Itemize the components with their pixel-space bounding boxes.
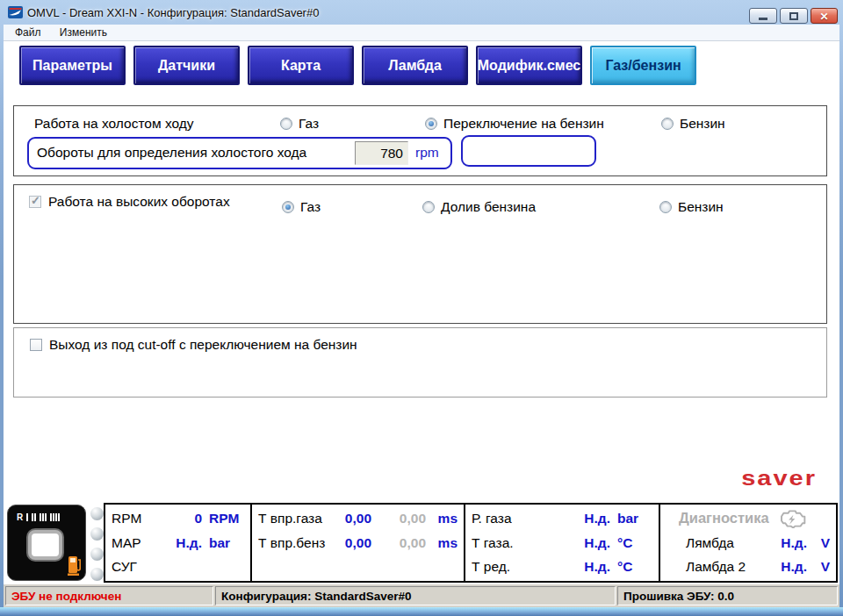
tab-mixture-modifier[interactable]: Модифик.смес <box>476 46 582 85</box>
maximize-button[interactable] <box>780 8 808 24</box>
maximize-icon <box>789 12 798 20</box>
gauge-row-rpm: RPM 0 RPM <box>112 506 244 531</box>
gauge-unit: V <box>807 559 830 575</box>
window-title: OMVL - Dream XXI-N - Конфигурация: Stand… <box>27 6 319 19</box>
radio-label: Долив бензина <box>441 199 536 215</box>
status-connection: ЭБУ не подключен <box>5 586 213 605</box>
radio-icon <box>661 118 674 130</box>
led-indicator <box>90 548 104 561</box>
gauge-row-lpg: СУГ <box>112 555 244 579</box>
radio-icon <box>280 118 292 130</box>
window-frame-bottom <box>0 607 843 616</box>
minimize-icon <box>759 18 767 20</box>
radio-icon <box>659 201 672 213</box>
idle-panel: Работа на холостом ходу Газ Переключение… <box>13 105 827 176</box>
radio-label: Бензин <box>678 199 724 215</box>
idle-radio-gas[interactable]: Газ <box>280 116 319 132</box>
gauge-row-reducer-temp: Т ред. Н.д. °C <box>472 555 652 579</box>
gauge-value: Н.д. <box>514 535 610 551</box>
idle-radio-switch-to-petrol[interactable]: Переключение на бензин <box>425 116 604 132</box>
radio-label: Переключение на бензин <box>443 116 604 132</box>
minimize-button[interactable] <box>749 8 777 24</box>
gauge-unit: °C <box>610 535 652 551</box>
high-radio-petrol[interactable]: Бензин <box>659 199 724 215</box>
fuel-level-bars-icon: R <box>17 513 60 521</box>
cutoff-checkbox-item[interactable]: Выход из под cut-off с переключением на … <box>30 337 357 353</box>
gauge-value: Н.д. <box>510 559 610 575</box>
tab-sensors[interactable]: Датчики <box>133 46 240 85</box>
app-window: OMVL - Dream XXI-N - Конфигурация: Stand… <box>0 0 843 616</box>
titlebar: OMVL - Dream XXI-N - Конфигурация: Stand… <box>0 0 843 25</box>
client-area: Параметры Датчики Карта Ламбда Модифик.с… <box>4 41 839 607</box>
gauge-unit: ms <box>426 535 458 551</box>
gauge-section-diagnostics: Диагностика Лямбда Н.д. V Ламбда 2 Н.д. … <box>659 503 838 583</box>
gauge-row-lambda2: Ламбда 2 Н.д. V <box>666 555 830 579</box>
gauge-label: MAP <box>112 535 141 551</box>
high-rpm-checkbox-item[interactable]: Работа на высоких оборотах <box>29 194 230 210</box>
gauge-unit: bar <box>610 511 652 526</box>
gauge-value: 0,00 <box>325 535 371 551</box>
tab-map[interactable]: Карта <box>248 46 354 85</box>
led-indicator <box>90 527 104 541</box>
radio-selected-icon <box>425 118 437 130</box>
gauge-label: Т впр.бенз <box>258 535 325 551</box>
radio-label: Бензин <box>680 116 725 132</box>
gauge-label: Лямбда <box>686 535 734 551</box>
gauge-label: Т впр.газа <box>258 511 322 526</box>
close-button[interactable] <box>811 8 838 24</box>
checkbox-label: Выход из под cut-off с переключением на … <box>49 337 357 353</box>
engine-icon <box>777 508 806 528</box>
tab-lambda[interactable]: Ламбда <box>362 46 468 85</box>
menubar: Файл Изменить <box>4 25 839 41</box>
radio-selected-icon <box>282 201 294 213</box>
high-radio-gas[interactable]: Газ <box>282 199 321 215</box>
gauge-unit: bar <box>202 535 244 551</box>
checkbox-label: Работа на высоких оборотах <box>48 194 230 210</box>
tab-parameters[interactable]: Параметры <box>19 46 126 85</box>
checkbox-checked-icon <box>29 196 41 208</box>
gauge-label: Ламбда 2 <box>686 559 746 575</box>
status-bar: ЭБУ не подключен Конфигурация: StandardS… <box>4 584 839 607</box>
gauge-row-gas-injection: Т впр.газа 0,00 0,00 ms <box>258 506 458 531</box>
idle-radio-petrol[interactable]: Бензин <box>661 116 725 132</box>
gauge-label: Р. газа <box>472 511 512 526</box>
tab-bar: Параметры Датчики Карта Ламбда Модифик.с… <box>19 46 696 85</box>
led-indicator <box>90 568 104 581</box>
gauge-unit: ms <box>426 511 458 526</box>
status-configuration: Конфигурация: StandardSaver#0 <box>215 586 616 605</box>
idle-rpm-input[interactable] <box>355 141 408 165</box>
tab-gas-petrol[interactable]: Газ/бензин <box>590 46 696 85</box>
gauge-value: 0,00 <box>322 511 371 526</box>
checkbox-icon <box>30 339 42 351</box>
idle-empty-field[interactable] <box>461 135 596 167</box>
idle-rpm-group: Обороты для определения холостого хода r… <box>27 137 452 169</box>
idle-rpm-label: Обороты для определения холостого хода <box>37 145 306 161</box>
menu-file[interactable]: Файл <box>7 25 49 39</box>
gauge-row-lambda: Лямбда Н.д. V <box>666 531 830 555</box>
fuel-pump-icon <box>68 555 82 577</box>
gauge-label: Т ред. <box>472 559 510 575</box>
gauge-value: 0 <box>141 511 202 526</box>
gauge-section-injection: Т впр.газа 0,00 0,00 ms Т впр.бенз 0,00 … <box>250 503 465 583</box>
gauge-value: Н.д. <box>746 559 807 575</box>
high-rpm-panel: Работа на высоких оборотах Газ Долив бен… <box>13 184 827 324</box>
diagnostics-header: Диагностика <box>666 506 830 531</box>
menu-edit[interactable]: Изменить <box>52 25 115 39</box>
app-icon <box>8 6 23 18</box>
close-icon <box>819 8 828 24</box>
status-firmware: Прошивка ЭБУ: 0.0 <box>617 586 838 605</box>
gauge-label: Т газа. <box>472 535 514 551</box>
gauge-row-map: MAP Н.д. bar <box>112 531 244 555</box>
idle-panel-title: Работа на холостом ходу <box>34 116 194 132</box>
diagnostics-title: Диагностика <box>679 510 769 526</box>
gauge-value: Н.д. <box>141 535 202 551</box>
gauge-label: RPM <box>112 511 141 526</box>
gauge-value: Н.д. <box>512 511 610 526</box>
gauge-section-gas: Р. газа Н.д. bar Т газа. Н.д. °C Т ред. … <box>464 503 660 583</box>
gauge-row-gas-pressure: Р. газа Н.д. bar <box>472 506 652 531</box>
radio-label: Газ <box>299 116 319 132</box>
gauge-value-secondary: 0,00 <box>371 511 426 526</box>
idle-rpm-unit: rpm <box>415 145 439 161</box>
high-radio-petrol-refill[interactable]: Долив бензина <box>422 199 536 215</box>
cutoff-panel: Выход из под cut-off с переключением на … <box>13 327 827 398</box>
